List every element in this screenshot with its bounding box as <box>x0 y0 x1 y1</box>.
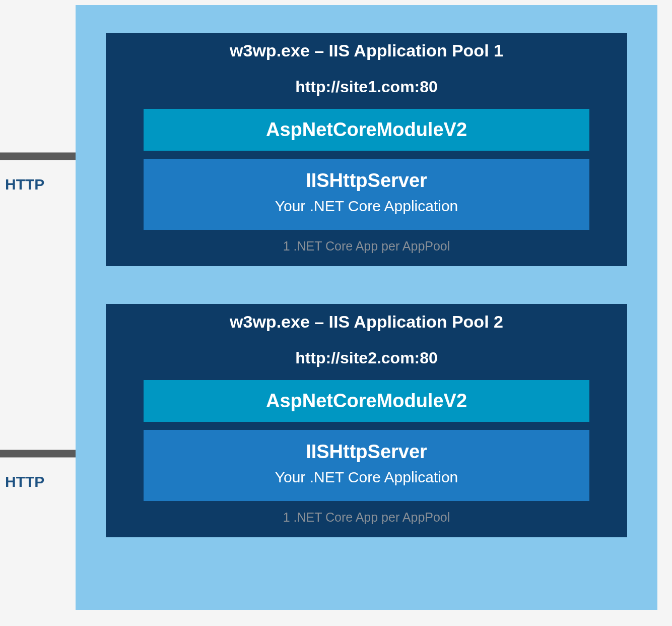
pool-1-footnote: 1 .NET Core App per AppPool <box>144 239 589 254</box>
pool-2-module: AspNetCoreModuleV2 <box>144 380 589 422</box>
pool-2-footnote: 1 .NET Core App per AppPool <box>144 510 589 525</box>
app-pool-1: w3wp.exe – IIS Application Pool 1 http:/… <box>106 33 627 266</box>
pool-1-header: w3wp.exe – IIS Application Pool 1 <box>106 33 627 69</box>
pool-1-server: IISHttpServer Your .NET Core Application <box>144 159 589 230</box>
iis-container: w3wp.exe – IIS Application Pool 1 http:/… <box>76 5 657 610</box>
pool-1-body: http://site1.com:80 AspNetCoreModuleV2 I… <box>106 69 627 254</box>
pool-2-header: w3wp.exe – IIS Application Pool 2 <box>106 304 627 340</box>
pool-1-module: AspNetCoreModuleV2 <box>144 109 589 151</box>
pool-1-url: http://site1.com:80 <box>144 69 589 109</box>
pool-2-server: IISHttpServer Your .NET Core Application <box>144 430 589 501</box>
pool-2-server-title: IISHttpServer <box>144 441 589 463</box>
pool-2-server-sub: Your .NET Core Application <box>144 469 589 486</box>
pool-2-url: http://site2.com:80 <box>144 340 589 380</box>
pool-1-server-title: IISHttpServer <box>144 170 589 192</box>
app-pool-2: w3wp.exe – IIS Application Pool 2 http:/… <box>106 304 627 537</box>
pool-2-body: http://site2.com:80 AspNetCoreModuleV2 I… <box>106 340 627 525</box>
pool-1-server-sub: Your .NET Core Application <box>144 198 589 215</box>
